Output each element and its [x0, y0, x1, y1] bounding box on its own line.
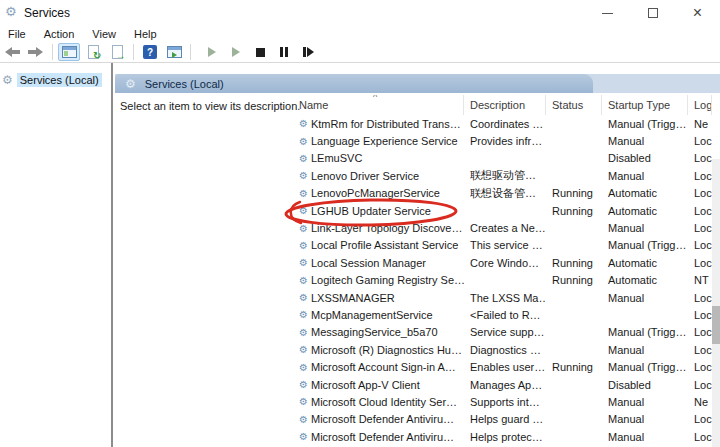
table-row[interactable]: ⚙ Local Profile Assistant Service This s…: [293, 237, 712, 254]
service-log-on-as: NT: [688, 274, 712, 286]
service-log-on-as: Loc: [688, 187, 712, 199]
table-row[interactable]: ⚙ Microsoft App-V Client Manages Ap… Dis…: [293, 376, 712, 393]
toolbar-separator: [133, 44, 134, 60]
service-startup-type: Manual: [602, 135, 688, 147]
service-startup-type: Manual: [602, 344, 688, 356]
start-service-button[interactable]: [201, 43, 223, 61]
table-row[interactable]: ⚙ Logitech Gaming Registry Se… Running A…: [293, 272, 712, 289]
toolbar-separator: [190, 44, 191, 60]
menu-view[interactable]: View: [83, 27, 125, 41]
menu-file[interactable]: File: [0, 27, 35, 41]
service-log-on-as: Ne: [688, 396, 712, 408]
service-log-on-as: Loc: [688, 152, 712, 164]
column-header-startup-type[interactable]: Startup Type: [602, 95, 688, 115]
service-log-on-as: Loc: [688, 292, 712, 304]
services-table-body: ⚙ KtmRm for Distributed Trans… Coordinat…: [293, 115, 712, 445]
table-row[interactable]: ⚙ Language Experience Service Provides i…: [293, 132, 712, 149]
resume-service-button[interactable]: [225, 43, 247, 61]
console-tree-panel: ⚙ Services (Local): [0, 63, 113, 447]
service-log-on-as: Loc: [688, 379, 712, 391]
forward-button[interactable]: [25, 43, 47, 61]
table-row[interactable]: ⚙ Microsoft Defender Antiviru… Helps gua…: [293, 411, 712, 428]
refresh-button[interactable]: ↻: [82, 43, 104, 61]
table-row[interactable]: ⚙ Lenovo Driver Service 联想驱动管… Manual Lo…: [293, 167, 712, 184]
service-startup-type: Disabled: [602, 152, 688, 164]
service-name: Microsoft Cloud Identity Ser…: [311, 396, 457, 408]
service-description: 联想设备管…: [464, 186, 546, 201]
menu-action[interactable]: Action: [35, 27, 84, 41]
table-row[interactable]: ⚙ Link-Layer Topology Discove… Creates a…: [293, 219, 712, 236]
table-row[interactable]: ⚙ Microsoft Defender Antiviru… Helps pro…: [293, 428, 712, 445]
column-header-log-on-as[interactable]: Log On As: [688, 95, 712, 115]
service-name: Logitech Gaming Registry Se…: [311, 274, 464, 286]
export-list-button[interactable]: →: [106, 43, 128, 61]
service-log-on-as: Loc: [688, 205, 712, 217]
service-startup-type: Manual (Trigg…: [602, 118, 688, 130]
tree-item-label: Services (Local): [17, 73, 102, 87]
menu-help[interactable]: Help: [125, 27, 166, 41]
service-startup-type: Automatic: [602, 205, 688, 217]
service-startup-type: Disabled: [602, 379, 688, 391]
stop-service-button[interactable]: [249, 43, 271, 61]
service-name: Link-Layer Topology Discove…: [311, 222, 462, 234]
console-tree-icon: [62, 46, 77, 58]
service-description: Core Windo…: [464, 257, 546, 269]
services-gear-icon: ⚙: [2, 73, 13, 87]
toolbar: ↻ → ?: [0, 42, 720, 63]
services-table: ^ Name Description Status Startup Type L…: [293, 95, 712, 447]
maximize-icon: [648, 8, 658, 18]
window-controls: ×: [585, 0, 720, 26]
table-row[interactable]: ⚙ Local Session Manager Core Windo… Runn…: [293, 254, 712, 271]
service-description: Enables user…: [464, 361, 546, 373]
show-console-tree-button[interactable]: [58, 43, 80, 61]
table-row[interactable]: ⚙ Microsoft Account Sign-in A… Enables u…: [293, 358, 712, 375]
service-log-on-as: Loc: [688, 431, 712, 443]
service-name: Microsoft App-V Client: [311, 379, 420, 391]
table-row[interactable]: ⚙ Microsoft (R) Diagnostics Hu… Diagnost…: [293, 341, 712, 358]
service-startup-type: Manual: [602, 413, 688, 425]
vertical-scrollbar[interactable]: [712, 159, 720, 447]
pause-service-button[interactable]: [273, 43, 295, 61]
column-header-name[interactable]: Name: [293, 95, 464, 115]
service-startup-type: Automatic: [602, 274, 688, 286]
minimize-button[interactable]: [585, 0, 630, 26]
column-header-description[interactable]: Description: [464, 95, 546, 115]
table-row[interactable]: ⚙ KtmRm for Distributed Trans… Coordinat…: [293, 115, 712, 132]
service-description: The LXSS Ma…: [464, 292, 546, 304]
service-gear-icon: ⚙: [299, 379, 308, 390]
show-action-pane-button[interactable]: [163, 43, 185, 61]
table-row[interactable]: ⚙ LXSSMANAGER The LXSS Ma… Manual Loc: [293, 289, 712, 306]
service-startup-type: Manual: [602, 396, 688, 408]
tree-item-services-local[interactable]: ⚙ Services (Local): [2, 73, 102, 87]
help-button[interactable]: ?: [139, 43, 161, 61]
table-row[interactable]: ⚙ McpManagementService <Failed to R… Loc: [293, 306, 712, 323]
table-row[interactable]: ⚙ Microsoft Cloud Identity Ser… Supports…: [293, 393, 712, 410]
play-icon: [232, 47, 240, 57]
service-gear-icon: ⚙: [299, 309, 308, 320]
service-log-on-as: Loc: [688, 170, 712, 182]
service-description: Helps protec…: [464, 431, 546, 443]
service-startup-type: Manual (Trigg…: [602, 239, 688, 251]
service-gear-icon: ⚙: [299, 118, 308, 129]
app-gear-icon: ⚙: [5, 4, 17, 19]
service-log-on-as: Loc: [688, 361, 712, 373]
service-description: Service supp…: [464, 326, 546, 338]
table-row[interactable]: ⚙ LGHUB Updater Service Running Automati…: [293, 202, 712, 219]
restart-service-button[interactable]: [297, 43, 319, 61]
close-button[interactable]: ×: [675, 0, 720, 26]
column-header-status[interactable]: Status: [546, 95, 602, 115]
service-name: LEmuSVC: [311, 152, 362, 164]
back-button[interactable]: [1, 43, 23, 61]
service-name: Lenovo Driver Service: [311, 170, 419, 182]
service-gear-icon: ⚙: [299, 327, 308, 338]
service-startup-type: Manual (Trigg…: [602, 326, 688, 338]
table-row[interactable]: ⚙ LenovoPcManagerService 联想设备管… Running …: [293, 185, 712, 202]
service-description: <Failed to R…: [464, 309, 546, 321]
service-description: Provides infr…: [464, 135, 546, 147]
maximize-button[interactable]: [630, 0, 675, 26]
table-row[interactable]: ⚙ MessagingService_b5a70 Service supp… M…: [293, 324, 712, 341]
stop-icon: [256, 48, 265, 57]
table-row[interactable]: ⚙ LEmuSVC Disabled Loc: [293, 150, 712, 167]
service-gear-icon: ⚙: [299, 257, 308, 268]
scrollbar-thumb[interactable]: [712, 306, 720, 344]
